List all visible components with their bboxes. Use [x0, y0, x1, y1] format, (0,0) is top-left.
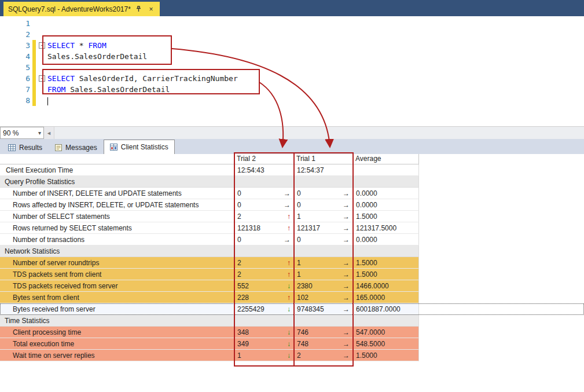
stat-value-trial1: 748→	[294, 338, 353, 350]
column-header-label[interactable]	[0, 154, 234, 164]
stats-section-row[interactable]: Network Statistics	[0, 246, 584, 257]
trend-right-icon: →	[343, 236, 350, 244]
stats-row[interactable]: Bytes received from server2255429↓974834…	[0, 303, 584, 315]
stat-value-trial1	[294, 315, 353, 327]
stat-value-trial1: 0→	[294, 188, 353, 199]
stats-row[interactable]: Number of INSERT, DELETE and UPDATE stat…	[0, 188, 584, 199]
sql-code-editor[interactable]: 123-SELECT * FROM4Sales.SalesOrderDetail…	[0, 16, 584, 126]
column-header-trial2[interactable]: Trial 2	[234, 154, 294, 164]
code-text	[47, 95, 48, 106]
stats-row[interactable]: Bytes sent from client228↑102→165.0000	[0, 292, 584, 303]
tab-client-statistics[interactable]: Client Statistics	[104, 140, 175, 154]
stats-row[interactable]: Number of SELECT statements2↑1→1.5000	[0, 211, 584, 222]
close-icon[interactable]: ×	[147, 5, 155, 13]
trend-down-icon: ↓	[287, 340, 291, 348]
stats-section-row[interactable]: Time Statistics	[0, 315, 584, 327]
trend-right-icon: →	[343, 294, 350, 302]
stat-value-trial1	[294, 246, 353, 257]
stat-value-trial1: 2→	[294, 350, 353, 361]
text-caret	[47, 97, 48, 105]
collapse-region-icon[interactable]: -	[39, 75, 45, 82]
stat-label: Number of SELECT statements	[0, 211, 234, 222]
stat-label: Rows affected by INSERT, DELETE, or UPDA…	[0, 199, 234, 211]
tab-messages[interactable]: Messages	[49, 141, 104, 154]
stat-value-trial1: 9748345→	[294, 303, 353, 315]
stat-value-trial1	[294, 176, 353, 188]
stat-label: Time Statistics	[0, 315, 234, 327]
column-header-average[interactable]: Average	[353, 154, 419, 164]
code-line[interactable]: 2	[0, 29, 584, 40]
line-number: 4	[0, 51, 32, 62]
stats-row[interactable]: Rows returned by SELECT statements121318…	[0, 222, 584, 234]
stat-value-trial2: 2255429↓	[234, 303, 294, 315]
stat-average: 0.0000	[353, 234, 419, 246]
code-line[interactable]: 4Sales.SalesOrderDetail	[0, 51, 584, 62]
stats-section-row[interactable]: Query Profile Statistics	[0, 176, 584, 188]
zoom-dropdown[interactable]: 90 % ▾	[0, 127, 44, 139]
chevron-down-icon: ▾	[38, 130, 41, 136]
line-number: 1	[0, 18, 32, 29]
stat-value-trial2: 121318↑	[234, 222, 294, 234]
trend-right-icon: →	[343, 213, 350, 221]
trend-right-icon: →	[284, 201, 291, 209]
code-line[interactable]: 8	[0, 95, 584, 106]
stats-row[interactable]: Number of transactions0→0→0.0000	[0, 234, 584, 246]
stats-row[interactable]: Total execution time349↓748→548.5000	[0, 338, 584, 350]
stat-value-trial1: 2380→	[294, 280, 353, 292]
outline-margin: -	[36, 73, 47, 84]
code-line[interactable]: 1	[0, 18, 584, 29]
trend-right-icon: →	[343, 328, 350, 336]
stat-label: Client processing time	[0, 327, 234, 338]
stat-average	[353, 176, 419, 188]
line-number: 5	[0, 62, 32, 73]
line-number: 8	[0, 95, 32, 106]
tab-results[interactable]: Results	[2, 141, 49, 154]
stat-value-trial1: 1→	[294, 257, 353, 269]
stat-value-trial2: 349↓	[234, 338, 294, 350]
stat-value-trial2: 2↑	[234, 211, 294, 222]
stat-average: 1.5000	[353, 350, 419, 361]
stats-row[interactable]: Rows affected by INSERT, DELETE, or UPDA…	[0, 199, 584, 211]
tab-results-label: Results	[19, 144, 42, 152]
code-text: SELECT SalesOrderId, CarrierTrackingNumb…	[47, 73, 238, 84]
code-line[interactable]: 5	[0, 62, 584, 73]
stats-row[interactable]: TDS packets received from server552↓2380…	[0, 280, 584, 292]
trend-up-icon: ↑	[287, 224, 291, 232]
tab-client-statistics-label: Client Statistics	[121, 143, 168, 151]
stats-row[interactable]: Number of server roundtrips2↑1→1.5000	[0, 257, 584, 269]
stats-row[interactable]: Wait time on server replies1↓2→1.5000	[0, 350, 584, 361]
stat-value-trial2: 228↑	[234, 292, 294, 303]
messages-icon	[55, 144, 62, 151]
stats-row[interactable]: TDS packets sent from client2↑1→1.5000	[0, 269, 584, 280]
horizontal-scrollbar[interactable]	[54, 127, 584, 139]
stat-value-trial2: 12:54:43	[234, 164, 294, 176]
stat-value-trial2: 2↑	[234, 269, 294, 280]
document-tab[interactable]: SQLQuery7.sql - AdventureWorks2017* ×	[3, 2, 160, 16]
stat-average: 1.5000	[353, 269, 419, 280]
stat-average: 165.0000	[353, 292, 419, 303]
code-line[interactable]: 6-SELECT SalesOrderId, CarrierTrackingNu…	[0, 73, 584, 84]
trend-right-icon: →	[343, 282, 350, 290]
stat-value-trial2: 0→	[234, 199, 294, 211]
stats-row[interactable]: Client processing time348↓746→547.0000	[0, 327, 584, 338]
code-line[interactable]: 3-SELECT * FROM	[0, 40, 584, 51]
collapse-region-icon[interactable]: -	[39, 42, 45, 49]
code-line[interactable]: 7FROM Sales.SalesOrderDetail	[0, 84, 584, 95]
stats-row[interactable]: Client Execution Time12:54:4312:54:37	[0, 164, 584, 176]
document-tab-title: SQLQuery7.sql - AdventureWorks2017*	[8, 5, 131, 13]
results-grid-icon	[8, 144, 16, 151]
stat-average: 1.5000	[353, 211, 419, 222]
column-header-trial1[interactable]: Trial 1	[294, 154, 353, 164]
pin-icon[interactable]	[135, 5, 143, 13]
scroll-left-icon[interactable]: ◄	[44, 127, 54, 139]
stat-average	[353, 246, 419, 257]
trend-right-icon: →	[343, 305, 350, 313]
outline-margin: -	[36, 40, 47, 51]
stat-label: Network Statistics	[0, 246, 234, 257]
trend-up-icon: ↑	[287, 213, 291, 221]
stat-average: 6001887.0000	[353, 303, 419, 315]
stat-label: Wait time on server replies	[0, 350, 234, 361]
document-tab-bar: SQLQuery7.sql - AdventureWorks2017* ×	[0, 0, 584, 16]
trend-right-icon: →	[343, 270, 350, 279]
stat-value-trial1: 1→	[294, 269, 353, 280]
